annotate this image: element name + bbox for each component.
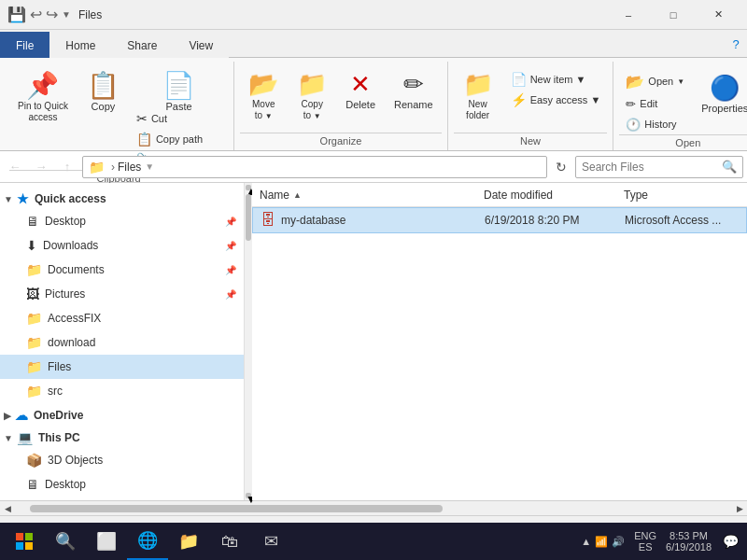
help-button[interactable]: ?	[725, 32, 747, 58]
pin-badge-doc: 📌	[225, 265, 236, 275]
sort-arrow-name: ▲	[293, 190, 302, 200]
copy-path-button[interactable]: 📋 Copy path	[130, 129, 228, 149]
delete-button[interactable]: ✕ Delete	[337, 65, 384, 131]
addr-sort-arrow: ▼	[145, 161, 154, 172]
copy-button[interactable]: 📋 Copy	[78, 65, 128, 131]
copy-icon: 📋	[87, 70, 120, 101]
clock[interactable]: 8:53 PM 6/19/2018	[660, 530, 717, 553]
task-view-button[interactable]: ⬜	[86, 523, 127, 560]
search-bar[interactable]: 🔍	[575, 156, 743, 178]
new-folder-button[interactable]: 📁 Newfolder	[454, 65, 502, 131]
file-list: Name ▲ Date modified Type 🗄 my-database …	[252, 183, 747, 500]
onedrive-header[interactable]: ▶ ☁ OneDrive	[0, 403, 244, 426]
scroll-thumb[interactable]	[246, 194, 251, 241]
search-taskbar-button[interactable]: 🔍	[45, 523, 86, 560]
sidebar-item-3dobjects[interactable]: 📦 3D Objects	[0, 448, 244, 472]
edit-button[interactable]: ✏ Edit	[619, 93, 691, 114]
pin-to-quick-access-button[interactable]: 📌 Pin to Quickaccess	[9, 65, 77, 131]
sidebar-files-label: Files	[48, 360, 71, 373]
notification-button[interactable]: 💬	[717, 523, 743, 560]
sidebar-item-documents2[interactable]: 📁 Documents	[0, 497, 244, 500]
file-name: my-database	[281, 214, 345, 227]
documents-icon: 📁	[26, 262, 42, 277]
forward-button[interactable]: →	[30, 156, 52, 178]
svg-rect-3	[25, 542, 33, 550]
sidebar-item-accessfix[interactable]: 📁 AccessFIX	[0, 306, 244, 330]
table-row[interactable]: 🗄 my-database 6/19/2018 8:20 PM Microsof…	[252, 207, 747, 233]
close-button[interactable]: ✕	[697, 0, 740, 30]
properties-button[interactable]: 🔵 Properties	[693, 69, 747, 134]
redo-icon[interactable]: ↪	[46, 6, 58, 23]
tab-file[interactable]: File	[0, 32, 49, 58]
refresh-button[interactable]: ↻	[551, 157, 571, 177]
new-folder-label: Newfolder	[466, 99, 489, 121]
move-to-button[interactable]: 📂 Moveto ▼	[240, 65, 287, 131]
tab-view[interactable]: View	[173, 32, 229, 58]
column-header-type[interactable]: Type	[620, 183, 743, 206]
file-name-cell: 🗄 my-database	[257, 212, 481, 229]
maximize-button[interactable]: □	[652, 0, 695, 30]
hscroll-thumb[interactable]	[30, 505, 443, 512]
ribbon: 📌 Pin to Quickaccess 📋 Copy 📄 Paste ✂ Cu…	[0, 58, 747, 151]
scroll-down-arrow[interactable]: ▼	[246, 493, 251, 498]
column-header-date[interactable]: Date modified	[480, 183, 620, 206]
file-list-header: Name ▲ Date modified Type	[252, 183, 747, 207]
col-name-label: Name	[260, 189, 289, 202]
save-icon[interactable]: 💾	[7, 6, 26, 23]
quick-access-toolbar[interactable]: 💾 ↩ ↪ ▼	[7, 6, 71, 23]
address-bar[interactable]: 📁 › Files ▼	[82, 156, 547, 178]
sidebar-item-desktop[interactable]: 🖥 Desktop 📌	[0, 209, 244, 233]
sidebar-item-documents[interactable]: 📁 Documents 📌	[0, 258, 244, 282]
minimize-button[interactable]: –	[607, 0, 650, 30]
store-taskbar-button[interactable]: 🛍	[209, 523, 250, 560]
horizontal-scrollbar[interactable]: ◀ ▶	[0, 500, 747, 515]
copy-to-button[interactable]: 📁 Copyto ▼	[289, 65, 335, 131]
edge-taskbar-button[interactable]: 🌐	[127, 523, 168, 560]
back-button[interactable]: ←	[4, 156, 26, 178]
thispc-header[interactable]: ▼ 💻 This PC	[0, 426, 244, 448]
scroll-up-arrow[interactable]: ▲	[246, 185, 251, 190]
explorer-taskbar-button[interactable]: 📁	[168, 523, 209, 560]
new-item-button[interactable]: 📄 New item ▼	[504, 69, 608, 90]
search-input[interactable]	[582, 161, 722, 174]
scroll-right-arrow[interactable]: ▶	[732, 501, 747, 516]
open-button[interactable]: 📂 Open ▼	[619, 69, 691, 93]
sidebar-src-label: src	[48, 385, 63, 398]
sidebar-item-desktop2[interactable]: 🖥 Desktop	[0, 472, 244, 497]
organize-group: 📂 Moveto ▼ 📁 Copyto ▼ ✕ Delete ✏ Rename …	[234, 62, 447, 150]
quick-access-arrow: ▼	[4, 194, 13, 204]
svg-rect-2	[16, 542, 23, 550]
new-item-label: New item ▼	[530, 74, 586, 85]
speaker-icon[interactable]: 🔊	[612, 536, 625, 548]
rename-button[interactable]: ✏ Rename	[386, 65, 442, 131]
undo-icon[interactable]: ↩	[30, 6, 42, 23]
customize-icon[interactable]: ▼	[62, 9, 71, 20]
easy-access-button[interactable]: ⚡ Easy access ▼	[504, 90, 608, 110]
cut-icon: ✂	[136, 111, 148, 126]
quick-access-header[interactable]: ▼ ★ Quick access	[0, 187, 244, 209]
sidebar-item-pictures[interactable]: 🖼 Pictures 📌	[0, 282, 244, 306]
search-icon[interactable]: 🔍	[722, 160, 737, 174]
tab-share[interactable]: Share	[111, 32, 173, 58]
history-button[interactable]: 🕐 History	[619, 114, 691, 134]
up-button[interactable]: ↑	[56, 156, 78, 178]
src-icon: 📁	[26, 384, 42, 399]
paste-button[interactable]: 📄 Paste	[130, 65, 228, 106]
chevron-up-icon[interactable]: ▲	[581, 536, 591, 547]
mail-taskbar-button[interactable]: ✉	[250, 523, 291, 560]
network-icon[interactable]: 📶	[595, 536, 608, 548]
pin-icon: 📌	[26, 70, 59, 101]
rename-icon: ✏	[403, 70, 424, 99]
start-button[interactable]	[4, 523, 45, 560]
scroll-left-arrow[interactable]: ◀	[0, 501, 15, 516]
sidebar-item-files[interactable]: 📁 Files	[0, 355, 244, 379]
thispc-label: This PC	[38, 431, 80, 444]
sidebar-scrollbar[interactable]: ▲ ▼	[245, 183, 252, 500]
sidebar-item-downloads[interactable]: ⬇ Downloads 📌	[0, 233, 244, 258]
cut-button[interactable]: ✂ Cut	[130, 108, 228, 129]
column-header-name[interactable]: Name ▲	[256, 183, 480, 206]
tab-home[interactable]: Home	[49, 32, 111, 58]
sidebar-item-download[interactable]: 📁 download	[0, 330, 244, 355]
language-indicator[interactable]: ENG ES	[630, 530, 660, 553]
sidebar-item-src[interactable]: 📁 src	[0, 379, 244, 403]
